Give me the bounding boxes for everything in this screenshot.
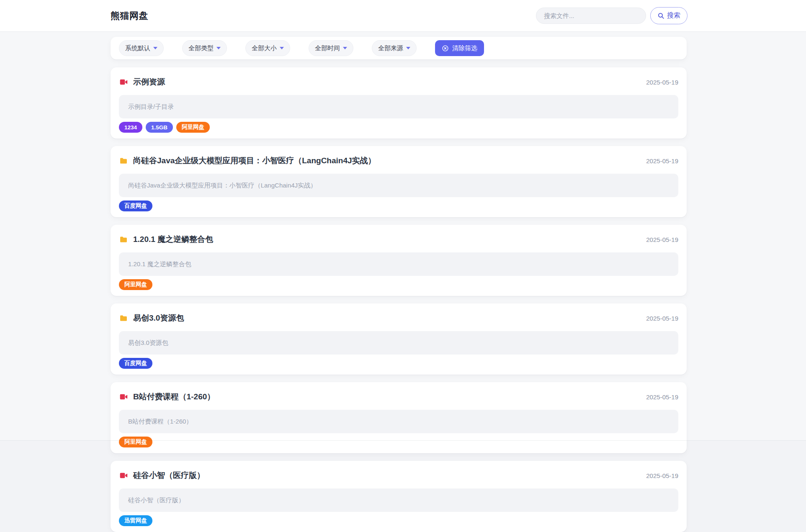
result-card[interactable]: 硅谷小智（医疗版） 2025-05-19 硅谷小智（医疗版） 迅雷网盘: [111, 461, 687, 532]
video-icon: [119, 471, 128, 480]
filter-dropdown-size[interactable]: 全部大小: [245, 40, 290, 56]
chevron-down-icon: [406, 47, 410, 49]
source-badge: 百度网盘: [119, 200, 152, 211]
filter-label: 系统默认: [125, 44, 150, 52]
badge-row: 1234 1.5GB 阿里网盘: [119, 122, 678, 133]
circle-x-icon: [442, 45, 449, 52]
result-date: 2025-05-19: [646, 236, 678, 243]
result-description: 硅谷小智（医疗版）: [119, 488, 678, 512]
badge-row: 百度网盘: [119, 200, 678, 211]
search-icon: [657, 12, 664, 19]
filter-bar: 系统默认 全部类型 全部大小 全部时间 全部来源 清除筛选: [111, 37, 687, 59]
search-button-label: 搜索: [667, 11, 680, 20]
result-head: 易创3.0资源包 2025-05-19: [119, 313, 678, 324]
clear-filters-label: 清除筛选: [452, 44, 477, 52]
result-head: 示例资源 2025-05-19: [119, 77, 678, 87]
result-title[interactable]: 示例资源: [133, 77, 165, 87]
result-date: 2025-05-19: [646, 79, 678, 86]
result-title[interactable]: 硅谷小智（医疗版）: [133, 470, 205, 481]
result-title[interactable]: 尚硅谷Java企业级大模型应用项目：小智医疗（LangChain4J实战）: [133, 155, 376, 166]
chevron-down-icon: [153, 47, 157, 49]
header: 熊猫网盘 搜索: [0, 0, 806, 32]
size-badge: 1.5GB: [146, 122, 173, 133]
badge-row: 迅雷网盘: [119, 515, 678, 526]
main-content: 系统默认 全部类型 全部大小 全部时间 全部来源 清除筛选: [111, 37, 687, 532]
result-head: 尚硅谷Java企业级大模型应用项目：小智医疗（LangChain4J实战） 20…: [119, 155, 678, 166]
result-card[interactable]: 1.20.1 魔之逆鳞整合包 2025-05-19 1.20.1 魔之逆鳞整合包…: [111, 225, 687, 296]
result-head: 硅谷小智（医疗版） 2025-05-19: [119, 470, 678, 481]
filter-dropdown-type[interactable]: 全部类型: [182, 40, 227, 56]
clear-filters-button[interactable]: 清除筛选: [435, 40, 484, 56]
result-description: 示例目录/子目录: [119, 95, 678, 118]
source-badge: 阿里网盘: [176, 122, 210, 133]
result-card[interactable]: B站付费课程（1-260） 2025-05-19 B站付费课程（1-260） 阿…: [111, 382, 687, 453]
chevron-down-icon: [343, 47, 347, 49]
folder-icon: [119, 314, 128, 322]
chevron-down-icon: [216, 47, 221, 49]
source-badge: 迅雷网盘: [119, 515, 152, 526]
site-logo[interactable]: 熊猫网盘: [111, 0, 148, 32]
video-icon: [119, 78, 128, 86]
search-button[interactable]: 搜索: [650, 7, 688, 24]
source-badge: 阿里网盘: [119, 279, 152, 290]
filter-label: 全部时间: [315, 44, 340, 52]
filter-label: 全部大小: [252, 44, 277, 52]
result-title[interactable]: B站付费课程（1-260）: [133, 391, 215, 402]
badge-row: 阿里网盘: [119, 437, 678, 447]
source-badge: 百度网盘: [119, 358, 152, 369]
result-head: 1.20.1 魔之逆鳞整合包 2025-05-19: [119, 234, 678, 245]
search-input[interactable]: [536, 8, 646, 24]
result-date: 2025-05-19: [646, 393, 678, 401]
folder-icon: [119, 235, 128, 244]
filter-dropdown-time[interactable]: 全部时间: [309, 40, 353, 56]
result-title[interactable]: 易创3.0资源包: [133, 313, 184, 324]
filter-label: 全部来源: [378, 44, 403, 52]
source-badge: 阿里网盘: [119, 437, 152, 447]
badge-row: 百度网盘: [119, 358, 678, 369]
folder-icon: [119, 157, 128, 165]
result-description: 1.20.1 魔之逆鳞整合包: [119, 252, 678, 276]
result-title[interactable]: 1.20.1 魔之逆鳞整合包: [133, 234, 213, 245]
count-badge: 1234: [119, 122, 142, 133]
result-card[interactable]: 易创3.0资源包 2025-05-19 易创3.0资源包 百度网盘: [111, 303, 687, 375]
result-head: B站付费课程（1-260） 2025-05-19: [119, 391, 678, 402]
chevron-down-icon: [280, 47, 284, 49]
result-description: B站付费课程（1-260）: [119, 410, 678, 433]
filter-dropdown-sort[interactable]: 系统默认: [119, 40, 164, 56]
filter-label: 全部类型: [188, 44, 214, 52]
video-icon: [119, 393, 128, 401]
result-description: 易创3.0资源包: [119, 331, 678, 355]
result-date: 2025-05-19: [646, 315, 678, 322]
result-date: 2025-05-19: [646, 157, 678, 164]
result-description: 尚硅谷Java企业级大模型应用项目：小智医疗（LangChain4J实战）: [119, 174, 678, 197]
badge-row: 阿里网盘: [119, 279, 678, 290]
result-date: 2025-05-19: [646, 472, 678, 479]
result-card[interactable]: 尚硅谷Java企业级大模型应用项目：小智医疗（LangChain4J实战） 20…: [111, 146, 687, 217]
filter-dropdown-source[interactable]: 全部来源: [372, 40, 417, 56]
result-card[interactable]: 示例资源 2025-05-19 示例目录/子目录 1234 1.5GB 阿里网盘: [111, 67, 687, 139]
